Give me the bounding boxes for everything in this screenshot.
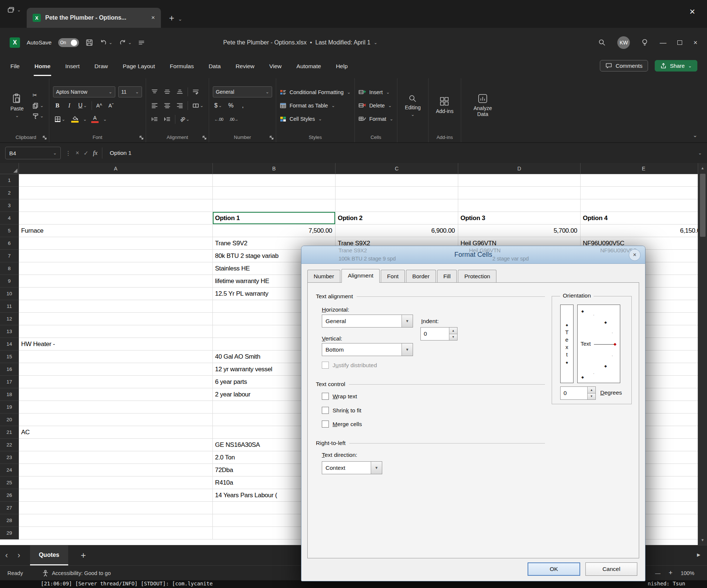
zoom-in-button[interactable]: + bbox=[668, 569, 673, 577]
cancel-button[interactable]: Cancel bbox=[585, 562, 637, 576]
increase-font-button[interactable]: A^ bbox=[95, 102, 104, 109]
underline-button[interactable]: U⌄ bbox=[77, 102, 89, 109]
cell-A26[interactable] bbox=[19, 489, 213, 502]
dialog-tab-number[interactable]: Number bbox=[307, 270, 340, 282]
spin-up-icon[interactable]: ▲ bbox=[449, 328, 457, 334]
window-menu[interactable]: ⌄ bbox=[7, 7, 21, 13]
dialog-titlebar[interactable]: Trane S9X2 100k BTU 2 stage 9 spd Heil G… bbox=[301, 246, 645, 264]
align-middle-button[interactable] bbox=[162, 89, 172, 95]
spin-up-icon[interactable]: ▲ bbox=[588, 387, 595, 393]
chevron-down-icon[interactable]: ⌄ bbox=[103, 117, 107, 122]
decrease-font-button[interactable]: Aˇ bbox=[107, 102, 116, 109]
cell-E5[interactable]: 6,150.00 bbox=[581, 225, 707, 237]
decrease-decimal-button[interactable]: .00→ bbox=[228, 117, 239, 122]
cell-B1[interactable] bbox=[213, 174, 336, 187]
comments-button[interactable]: Comments bbox=[600, 60, 648, 72]
scroll-up-icon[interactable]: ▲ bbox=[701, 163, 704, 170]
vertical-scrollbar[interactable]: ▲ ▼ bbox=[698, 163, 707, 545]
row-header-16[interactable]: 16 bbox=[0, 363, 19, 376]
chevron-down-icon[interactable]: ⌄ bbox=[83, 117, 87, 122]
cell-A18[interactable] bbox=[19, 388, 213, 401]
align-top-button[interactable] bbox=[150, 89, 159, 95]
cell-A25[interactable] bbox=[19, 476, 213, 489]
cancel-entry-button[interactable]: × bbox=[76, 150, 79, 156]
name-box[interactable]: B4 ⌄ bbox=[5, 147, 61, 159]
dropdown-icon[interactable]: ▼ bbox=[402, 315, 413, 327]
ok-button[interactable]: OK bbox=[528, 562, 580, 576]
sheet-tab-quotes[interactable]: Quotes bbox=[30, 545, 68, 565]
dialog-tab-protection[interactable]: Protection bbox=[458, 270, 496, 282]
cell-D4[interactable]: Option 3 bbox=[458, 212, 581, 225]
drag-handle-icon[interactable]: ⋮ bbox=[65, 150, 71, 157]
search-icon[interactable] bbox=[598, 39, 606, 47]
cell-A9[interactable] bbox=[19, 275, 213, 288]
horizontal-combo[interactable]: General ▼ bbox=[322, 315, 413, 328]
dialog-close-button[interactable]: × bbox=[629, 249, 641, 261]
cell-A4[interactable] bbox=[19, 212, 213, 225]
cell-B4[interactable]: Option 1 bbox=[213, 212, 336, 225]
collapse-ribbon-icon[interactable]: ⌄ bbox=[693, 132, 697, 139]
new-tab-button[interactable]: + bbox=[169, 13, 174, 23]
formula-input[interactable]: Option 1 bbox=[107, 150, 694, 156]
cell-A21[interactable]: AC bbox=[19, 426, 213, 439]
cell-A29[interactable] bbox=[19, 527, 213, 539]
scrollbar-thumb[interactable] bbox=[700, 174, 706, 237]
menu-tab-formulas[interactable]: Formulas bbox=[169, 57, 195, 76]
align-bottom-button[interactable] bbox=[175, 89, 185, 95]
dialog-launcher-icon[interactable] bbox=[139, 136, 143, 140]
wrap-text-checkbox[interactable]: Wrap text bbox=[322, 393, 357, 400]
increase-decimal-button[interactable]: ←.00 bbox=[213, 117, 225, 122]
fill-color-button[interactable] bbox=[70, 115, 80, 123]
menu-tab-view[interactable]: View bbox=[268, 57, 282, 76]
next-sheet-icon[interactable]: › bbox=[17, 551, 20, 560]
row-header-1[interactable]: 1 bbox=[0, 174, 19, 187]
cell-A23[interactable] bbox=[19, 451, 213, 464]
row-header-10[interactable]: 10 bbox=[0, 288, 19, 300]
align-right-button[interactable] bbox=[175, 102, 185, 109]
cell-B5[interactable]: 7,500.00 bbox=[213, 225, 336, 237]
cell-A16[interactable] bbox=[19, 363, 213, 376]
row-header-27[interactable]: 27 bbox=[0, 502, 19, 514]
addins-button[interactable]: Add-ins bbox=[432, 95, 457, 116]
insert-function-button[interactable]: fx bbox=[93, 149, 98, 157]
avatar[interactable]: KW bbox=[617, 36, 630, 49]
row-header-22[interactable]: 22 bbox=[0, 439, 19, 451]
decrease-indent-button[interactable] bbox=[150, 116, 159, 122]
row-header-12[interactable]: 12 bbox=[0, 313, 19, 325]
row-header-17[interactable]: 17 bbox=[0, 376, 19, 388]
spin-down-icon[interactable]: ▼ bbox=[588, 393, 595, 400]
select-all-corner[interactable] bbox=[0, 163, 19, 174]
cell-A5[interactable]: Furnace bbox=[19, 225, 213, 237]
undo-button[interactable]: ⌄ bbox=[100, 39, 112, 46]
wrap-text-button[interactable] bbox=[191, 89, 201, 95]
row-header-23[interactable]: 23 bbox=[0, 451, 19, 464]
cell-A27[interactable] bbox=[19, 502, 213, 514]
cell-B3[interactable] bbox=[213, 199, 336, 212]
menu-tab-draw[interactable]: Draw bbox=[94, 57, 109, 76]
cell-A10[interactable] bbox=[19, 288, 213, 300]
menu-tab-help[interactable]: Help bbox=[335, 57, 348, 76]
justify-distributed-checkbox[interactable]: Justify distributed bbox=[322, 362, 377, 369]
row-header-26[interactable]: 26 bbox=[0, 489, 19, 502]
cell-styles-button[interactable]: Cell Styles ⌄ bbox=[280, 113, 351, 125]
menu-tab-page-layout[interactable]: Page Layout bbox=[122, 57, 156, 76]
row-header-11[interactable]: 11 bbox=[0, 300, 19, 313]
dialog-launcher-icon[interactable] bbox=[43, 136, 47, 140]
row-header-15[interactable]: 15 bbox=[0, 351, 19, 363]
maximize-button[interactable] bbox=[677, 40, 682, 45]
format-as-table-button[interactable]: Format as Table ⌄ bbox=[280, 100, 351, 112]
row-header-29[interactable]: 29 bbox=[0, 527, 19, 539]
cell-C2[interactable] bbox=[336, 187, 458, 199]
comma-style-button[interactable]: , bbox=[238, 102, 247, 109]
cell-C1[interactable] bbox=[336, 174, 458, 187]
cell-A15[interactable] bbox=[19, 351, 213, 363]
dropdown-icon[interactable]: ▼ bbox=[371, 462, 382, 474]
column-header-B[interactable]: B bbox=[213, 163, 336, 174]
menu-tab-review[interactable]: Review bbox=[235, 57, 255, 76]
indent-spinner[interactable]: 0 ▲▼ bbox=[420, 327, 457, 340]
row-header-24[interactable]: 24 bbox=[0, 464, 19, 476]
cell-E1[interactable] bbox=[581, 174, 707, 187]
window-close-button[interactable]: × bbox=[690, 6, 695, 17]
menu-tab-home[interactable]: Home bbox=[34, 57, 51, 76]
font-name-combo[interactable]: Aptos Narrow ⌄ bbox=[53, 86, 115, 97]
